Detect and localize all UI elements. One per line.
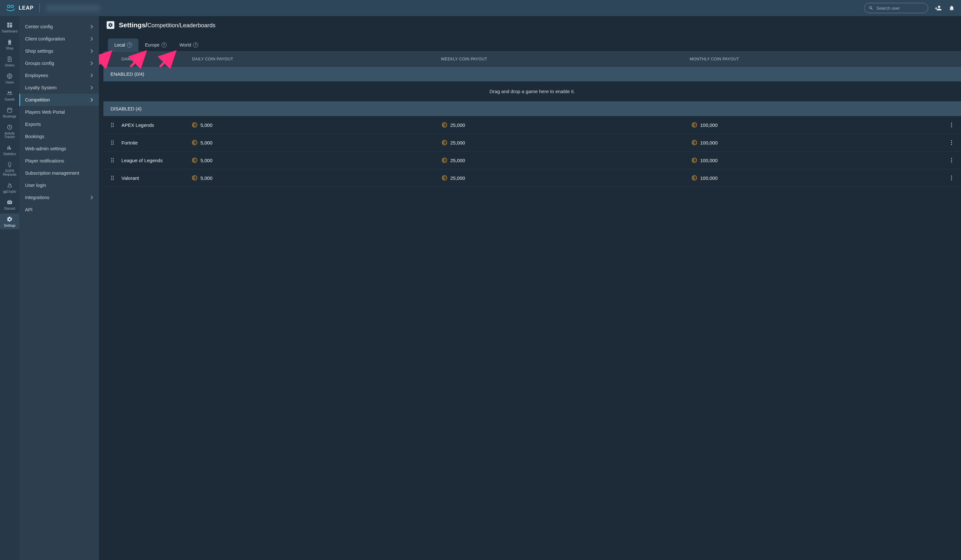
settings-item-bookings[interactable]: Bookings [19,130,99,143]
main-content: Settings/ Competition/Leaderboards Local… [99,16,961,560]
rail-item-dashboard[interactable]: Dashboard [0,19,19,35]
coin-icon [692,140,697,145]
settings-item-players-web-portal[interactable]: Players Web Portal [19,106,99,118]
settings-item-subscription-management[interactable]: Subscription management [19,167,99,179]
row-menu-button[interactable] [942,140,961,146]
coin-icon [442,140,447,145]
settings-item-player-notifications[interactable]: Player notifications [19,155,99,167]
svg-rect-20 [7,201,12,204]
chevron-right-icon [90,37,93,41]
daily-payout: 5,000 [192,122,442,128]
row-menu-button[interactable] [942,122,961,128]
svg-rect-18 [7,108,11,112]
rail-item-ggcrypto[interactable]: ggCrypto [0,180,19,195]
game-name: League of Legends [121,158,192,163]
tab-local[interactable]: Local? [108,39,138,51]
rail-item-shop[interactable]: Shop [0,36,19,52]
weekly-payout: 25,000 [442,122,692,128]
rail-item-discord[interactable]: Discord [0,196,19,212]
help-icon[interactable]: ? [193,42,198,48]
add-user-icon[interactable] [935,5,942,11]
chevron-right-icon [90,24,93,29]
breadcrumb-path: Competition/Leaderboards [148,22,215,29]
page-header: Settings/ Competition/Leaderboards [99,16,961,32]
settings-item-center-config[interactable]: Center config [19,21,99,33]
rail-item-settings[interactable]: Settings [0,213,19,229]
drag-handle-icon[interactable] [103,122,121,128]
settings-item-label: Client configuration [25,36,65,42]
rail-item-guests[interactable]: Guests [0,87,19,103]
chevron-right-icon [90,85,93,90]
brand-text: LEAP [19,5,34,11]
weekly-payout: 25,000 [442,158,692,163]
coin-icon [192,140,197,145]
col-game: GAME [121,57,192,61]
settings-item-label: Subscription management [25,170,79,176]
rail-item-orders[interactable]: Orders [0,53,19,69]
settings-item-employees[interactable]: Employees [19,69,99,82]
search-user[interactable] [864,3,928,13]
settings-item-user-login[interactable]: User login [19,179,99,191]
chevron-right-icon [90,195,93,200]
help-icon[interactable]: ? [127,42,132,48]
rail-item-statistics[interactable]: Statistics [0,142,19,158]
search-user-input[interactable] [876,6,923,11]
monthly-payout: 100,000 [692,140,942,146]
rail-item-users[interactable]: Users [0,70,19,86]
col-weekly: WEEKLY COIN PAYOUT [441,57,690,61]
settings-item-web-admin-settings[interactable]: Web-admin settings [19,143,99,155]
drag-handle-icon[interactable] [103,157,121,163]
table-row: APEX Legends5,00025,000100,000 [103,116,961,134]
rail-icon [6,90,13,96]
settings-item-label: Shop settings [25,48,53,54]
coin-icon [192,122,197,127]
monthly-payout: 100,000 [692,122,942,128]
rail-label: Activity Tracker [0,132,19,139]
settings-item-api[interactable]: API [19,204,99,216]
rail-item-gdpr-requests[interactable]: GDPR Requests [0,159,19,178]
settings-item-competition[interactable]: Competition [19,94,99,106]
settings-item-label: Competition [25,97,50,103]
col-daily: DAILY COIN PAYOUT [192,57,441,61]
daily-payout: 5,000 [192,140,442,146]
settings-item-groups-config[interactable]: Groups config [19,57,99,69]
tab-world[interactable]: World? [173,39,205,51]
svg-rect-23 [9,200,9,201]
leaderboard-table: GAME DAILY COIN PAYOUT WEEKLY COIN PAYOU… [103,51,961,187]
help-icon[interactable]: ? [162,42,167,48]
settings-item-label: Employees [25,73,48,78]
settings-item-shop-settings[interactable]: Shop settings [19,45,99,57]
rail-icon [6,39,13,45]
rail-label: Dashboard [2,29,18,33]
rail-item-activity-tracker[interactable]: Activity Tracker [0,121,19,141]
settings-item-integrations[interactable]: Integrations [19,191,99,204]
bell-icon[interactable] [948,5,955,11]
monthly-payout: 100,000 [692,158,942,163]
enabled-drop-zone[interactable]: Drag and drop a game here to enable it. [103,82,961,101]
row-menu-button[interactable] [942,157,961,163]
tab-label: Local [114,42,125,48]
gear-icon [107,21,114,29]
settings-item-label: Exports [25,122,41,127]
row-menu-button[interactable] [942,175,961,181]
game-name: APEX Legends [121,122,192,128]
rail-icon [6,22,13,28]
settings-item-exports[interactable]: Exports [19,118,99,130]
svg-point-13 [8,44,9,45]
drag-handle-icon[interactable] [103,175,121,181]
settings-item-loyalty-system[interactable]: Loyalty System [19,82,99,94]
rail-item-bookings[interactable]: Bookings [0,104,19,120]
settings-item-client-configuration[interactable]: Client configuration [19,33,99,45]
svg-rect-24 [10,200,11,201]
weekly-payout: 25,000 [442,140,692,146]
scope-tabs: Local?Europe?World? [103,32,961,51]
weekly-payout: 25,000 [442,175,692,181]
game-name: Valorant [121,175,192,181]
enabled-section-header: ENABLED (0/4) [103,67,961,82]
svg-point-21 [8,202,9,203]
coin-icon [692,175,697,180]
brand-logo[interactable]: LEAP [6,4,34,12]
tab-europe[interactable]: Europe? [138,39,173,51]
nav-rail: DashboardShopOrdersUsersGuestsBookingsAc… [0,16,19,560]
drag-handle-icon[interactable] [103,140,121,146]
